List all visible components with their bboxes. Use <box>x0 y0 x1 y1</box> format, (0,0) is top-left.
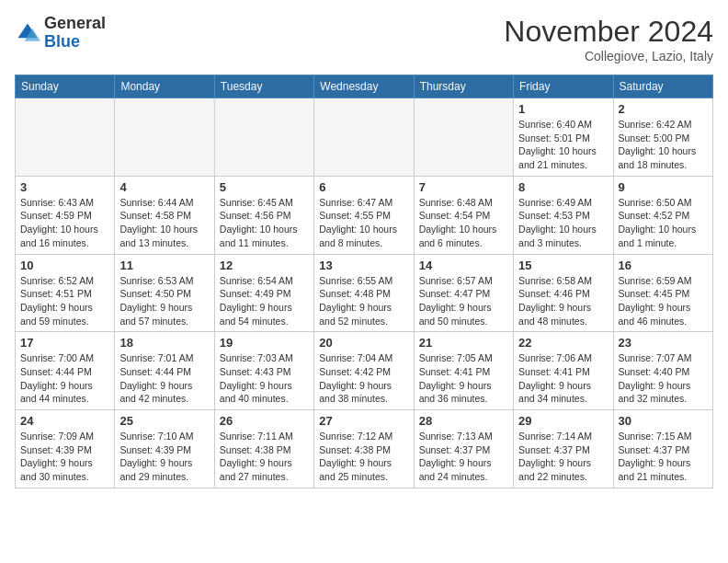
calendar-cell: 3Sunrise: 6:43 AMSunset: 4:59 PMDaylight… <box>16 176 115 254</box>
calendar-cell: 27Sunrise: 7:12 AMSunset: 4:38 PMDayligh… <box>314 410 414 488</box>
calendar-cell: 18Sunrise: 7:01 AMSunset: 4:44 PMDayligh… <box>115 332 214 410</box>
day-number: 25 <box>119 414 209 428</box>
week-row-4: 17Sunrise: 7:00 AMSunset: 4:44 PMDayligh… <box>16 332 713 410</box>
calendar-cell: 2Sunrise: 6:42 AMSunset: 5:00 PMDaylight… <box>613 98 712 177</box>
day-number: 24 <box>20 414 109 428</box>
day-info: Sunrise: 7:06 AMSunset: 4:41 PMDaylight:… <box>518 351 608 406</box>
week-row-1: 1Sunrise: 6:40 AMSunset: 5:01 PMDaylight… <box>16 98 713 177</box>
day-info: Sunrise: 6:55 AMSunset: 4:48 PMDaylight:… <box>319 274 408 328</box>
month-title: November 2024 <box>504 15 713 49</box>
logo: General Blue <box>15 15 106 52</box>
col-header-friday: Friday <box>514 75 613 98</box>
day-info: Sunrise: 6:40 AMSunset: 5:01 PMDaylight:… <box>518 118 608 172</box>
day-info: Sunrise: 6:50 AMSunset: 4:52 PMDaylight:… <box>619 196 708 250</box>
day-info: Sunrise: 7:12 AMSunset: 4:38 PMDaylight:… <box>319 430 408 484</box>
day-number: 3 <box>20 180 109 194</box>
day-number: 20 <box>319 336 408 350</box>
day-number: 26 <box>220 414 309 428</box>
logo-general-text: General <box>44 14 106 32</box>
day-number: 28 <box>419 414 508 428</box>
day-number: 11 <box>119 259 209 272</box>
day-info: Sunrise: 6:49 AMSunset: 4:53 PMDaylight:… <box>518 196 608 250</box>
day-info: Sunrise: 7:05 AMSunset: 4:41 PMDaylight:… <box>419 351 508 406</box>
calendar-cell: 9Sunrise: 6:50 AMSunset: 4:52 PMDaylight… <box>613 176 712 254</box>
day-number: 6 <box>319 180 408 194</box>
day-number: 15 <box>518 259 608 272</box>
day-info: Sunrise: 6:52 AMSunset: 4:51 PMDaylight:… <box>20 274 109 328</box>
day-number: 7 <box>419 180 508 194</box>
day-number: 21 <box>419 336 508 350</box>
day-number: 29 <box>518 414 608 428</box>
calendar-cell: 22Sunrise: 7:06 AMSunset: 4:41 PMDayligh… <box>514 332 613 410</box>
day-info: Sunrise: 7:10 AMSunset: 4:39 PMDaylight:… <box>119 430 209 484</box>
calendar-cell: 28Sunrise: 7:13 AMSunset: 4:37 PMDayligh… <box>414 410 513 488</box>
day-info: Sunrise: 6:59 AMSunset: 4:45 PMDaylight:… <box>619 274 708 328</box>
day-number: 4 <box>119 180 209 194</box>
page-header: General Blue November 2024 Collegiove, L… <box>15 15 713 63</box>
day-number: 5 <box>220 180 309 194</box>
day-number: 16 <box>619 259 708 272</box>
calendar-cell <box>214 98 313 177</box>
day-info: Sunrise: 6:53 AMSunset: 4:50 PMDaylight:… <box>119 274 209 328</box>
day-number: 12 <box>220 259 309 272</box>
calendar-table: SundayMondayTuesdayWednesdayThursdayFrid… <box>15 75 713 488</box>
calendar-cell: 20Sunrise: 7:04 AMSunset: 4:42 PMDayligh… <box>314 332 414 410</box>
day-number: 13 <box>319 259 408 272</box>
day-info: Sunrise: 6:47 AMSunset: 4:55 PMDaylight:… <box>319 196 408 250</box>
day-info: Sunrise: 6:58 AMSunset: 4:46 PMDaylight:… <box>518 274 608 328</box>
day-number: 8 <box>518 180 608 194</box>
calendar-cell: 7Sunrise: 6:48 AMSunset: 4:54 PMDaylight… <box>414 176 513 254</box>
calendar-cell: 11Sunrise: 6:53 AMSunset: 4:50 PMDayligh… <box>115 254 214 332</box>
day-number: 18 <box>119 336 209 350</box>
day-info: Sunrise: 6:42 AMSunset: 5:00 PMDaylight:… <box>619 118 708 172</box>
calendar-cell: 14Sunrise: 6:57 AMSunset: 4:47 PMDayligh… <box>414 254 513 332</box>
calendar-cell: 13Sunrise: 6:55 AMSunset: 4:48 PMDayligh… <box>314 254 414 332</box>
title-block: November 2024 Collegiove, Lazio, Italy <box>504 15 713 63</box>
calendar-cell <box>16 98 115 177</box>
calendar-cell: 6Sunrise: 6:47 AMSunset: 4:55 PMDaylight… <box>314 176 414 254</box>
calendar-cell: 16Sunrise: 6:59 AMSunset: 4:45 PMDayligh… <box>613 254 712 332</box>
day-number: 2 <box>619 102 708 116</box>
day-info: Sunrise: 6:44 AMSunset: 4:58 PMDaylight:… <box>119 196 209 250</box>
calendar-cell: 8Sunrise: 6:49 AMSunset: 4:53 PMDaylight… <box>514 176 613 254</box>
day-number: 19 <box>220 336 309 350</box>
calendar-cell: 26Sunrise: 7:11 AMSunset: 4:38 PMDayligh… <box>214 410 313 488</box>
day-info: Sunrise: 7:04 AMSunset: 4:42 PMDaylight:… <box>319 351 408 406</box>
col-header-monday: Monday <box>115 75 214 98</box>
calendar-cell: 21Sunrise: 7:05 AMSunset: 4:41 PMDayligh… <box>414 332 513 410</box>
calendar-cell: 25Sunrise: 7:10 AMSunset: 4:39 PMDayligh… <box>115 410 214 488</box>
day-number: 23 <box>619 336 708 350</box>
day-info: Sunrise: 7:09 AMSunset: 4:39 PMDaylight:… <box>20 430 109 484</box>
calendar-cell: 10Sunrise: 6:52 AMSunset: 4:51 PMDayligh… <box>16 254 115 332</box>
day-info: Sunrise: 6:45 AMSunset: 4:56 PMDaylight:… <box>220 196 309 250</box>
col-header-saturday: Saturday <box>613 75 712 98</box>
col-header-sunday: Sunday <box>16 75 115 98</box>
col-header-tuesday: Tuesday <box>214 75 313 98</box>
day-number: 1 <box>518 102 608 116</box>
calendar-cell: 4Sunrise: 6:44 AMSunset: 4:58 PMDaylight… <box>115 176 214 254</box>
logo-blue-text: Blue <box>44 32 80 51</box>
calendar-cell <box>115 98 214 177</box>
calendar-cell: 12Sunrise: 6:54 AMSunset: 4:49 PMDayligh… <box>214 254 313 332</box>
day-info: Sunrise: 7:07 AMSunset: 4:40 PMDaylight:… <box>619 351 708 406</box>
calendar-cell: 5Sunrise: 6:45 AMSunset: 4:56 PMDaylight… <box>214 176 313 254</box>
calendar-cell: 17Sunrise: 7:00 AMSunset: 4:44 PMDayligh… <box>16 332 115 410</box>
calendar-cell: 15Sunrise: 6:58 AMSunset: 4:46 PMDayligh… <box>514 254 613 332</box>
day-info: Sunrise: 7:03 AMSunset: 4:43 PMDaylight:… <box>220 351 309 406</box>
day-number: 27 <box>319 414 408 428</box>
week-row-3: 10Sunrise: 6:52 AMSunset: 4:51 PMDayligh… <box>16 254 713 332</box>
day-number: 14 <box>419 259 508 272</box>
day-number: 17 <box>20 336 109 350</box>
logo-icon <box>15 20 40 46</box>
calendar-cell: 29Sunrise: 7:14 AMSunset: 4:37 PMDayligh… <box>514 410 613 488</box>
col-header-wednesday: Wednesday <box>314 75 414 98</box>
calendar-cell: 1Sunrise: 6:40 AMSunset: 5:01 PMDaylight… <box>514 98 613 177</box>
day-info: Sunrise: 7:11 AMSunset: 4:38 PMDaylight:… <box>220 430 309 484</box>
day-info: Sunrise: 7:13 AMSunset: 4:37 PMDaylight:… <box>419 430 508 484</box>
location-text: Collegiove, Lazio, Italy <box>504 49 713 63</box>
day-number: 10 <box>20 259 109 272</box>
calendar-cell <box>414 98 513 177</box>
calendar-cell: 19Sunrise: 7:03 AMSunset: 4:43 PMDayligh… <box>214 332 313 410</box>
day-info: Sunrise: 7:00 AMSunset: 4:44 PMDaylight:… <box>20 351 109 406</box>
day-info: Sunrise: 6:48 AMSunset: 4:54 PMDaylight:… <box>419 196 508 250</box>
